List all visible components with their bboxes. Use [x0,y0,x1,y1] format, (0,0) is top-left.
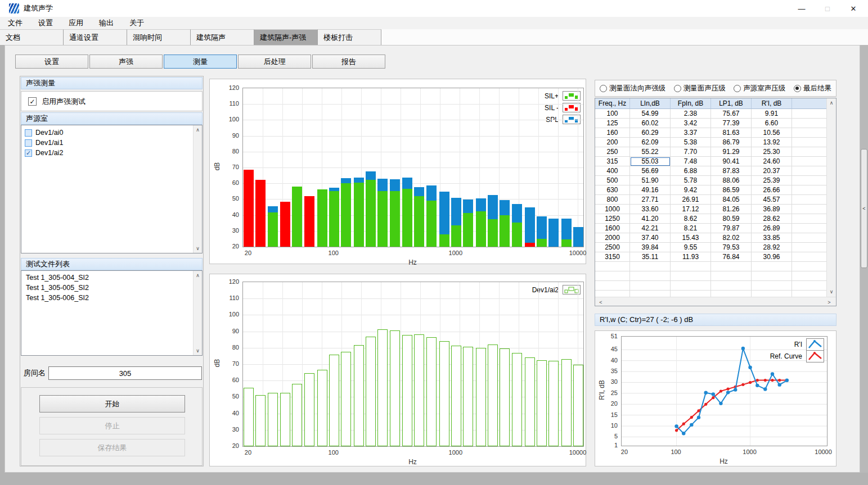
table-cell[interactable]: 90.41 [711,157,752,166]
table-cell[interactable] [671,271,711,281]
table-cell[interactable] [752,271,792,281]
table-cell[interactable]: 55.03 [630,157,671,166]
table-cell[interactable] [792,224,828,233]
table-cell[interactable]: 100 [595,109,630,119]
table-cell[interactable]: 75.67 [711,109,752,119]
table-cell[interactable] [792,176,828,185]
table-cell[interactable]: 77.39 [711,119,752,128]
table-cell[interactable] [792,119,828,128]
table-cell[interactable]: 5.38 [671,138,711,147]
menu-item-4[interactable]: 输出 [91,17,122,29]
table-cell[interactable]: 3.37 [671,128,711,138]
table-cell[interactable]: 8.62 [671,214,711,224]
table-cell[interactable]: 11.93 [671,252,711,262]
table-cell[interactable]: 33.60 [630,205,671,214]
table-cell[interactable]: 200 [595,138,630,147]
scroll-up-icon[interactable]: ∧ [194,271,202,280]
table-cell[interactable]: 9.42 [671,185,711,195]
checked-checkbox-icon[interactable]: ✓ [25,149,32,157]
table-cell[interactable]: 24.60 [752,157,792,166]
table-cell[interactable]: 55.22 [630,147,671,157]
table-cell[interactable]: 28.62 [752,214,792,224]
table-cell[interactable] [792,252,828,262]
unchecked-checkbox-icon[interactable] [25,129,32,137]
legend-entry[interactable]: SIL - [545,102,581,114]
table-cell[interactable]: 630 [595,185,630,195]
scroll-left-icon[interactable]: < [596,298,605,306]
table-cell[interactable]: 56.69 [630,166,671,176]
table-cell[interactable] [792,233,828,243]
table-cell[interactable]: 81.26 [711,205,752,214]
main-tab-4[interactable]: 建筑隔声 [191,29,254,45]
table-cell[interactable] [792,195,828,205]
radio-option-3[interactable]: 声源室声压级 [734,84,785,93]
table-cell[interactable]: 30.96 [752,252,792,262]
table-cell[interactable]: 3150 [595,252,630,262]
scroll-up-icon[interactable]: ∧ [194,125,202,134]
table-cell[interactable]: 82.02 [711,233,752,243]
table-cell[interactable]: 51.90 [630,176,671,185]
table-cell[interactable] [792,205,828,214]
legend-entry[interactable]: Ref. Curve [770,350,824,362]
list-item[interactable]: ✓Dev1/ai2 [21,148,193,158]
table-cell[interactable]: 26.89 [752,224,792,233]
table-cell[interactable]: 7.48 [671,157,711,166]
scroll-down-icon[interactable]: ∨ [194,244,202,253]
table-cell[interactable] [752,281,792,291]
table-cell[interactable]: 13.92 [752,138,792,147]
table-cell[interactable]: 86.59 [711,185,752,195]
table-cell[interactable]: 54.99 [630,109,671,119]
table-cell[interactable] [792,138,828,147]
table-cell[interactable] [711,281,752,291]
list-item[interactable]: Test 1_305-004_SI2 [21,273,193,283]
table-cell[interactable]: 10.56 [752,128,792,138]
table-cell[interactable]: 315 [595,157,630,166]
table-cell[interactable]: 91.29 [711,147,752,157]
table-cell[interactable]: 28.92 [752,243,792,252]
table-cell[interactable]: 1000 [595,205,630,214]
table-cell[interactable]: 60.29 [630,128,671,138]
enable-intensity-checkbox[interactable]: ✓ [28,97,37,106]
main-tab-3[interactable]: 混响时间 [127,29,191,45]
table-cell[interactable]: 7.70 [671,147,711,157]
table-cell[interactable] [792,243,828,252]
table-cell[interactable]: 79.53 [711,243,752,252]
table-cell[interactable]: 17.12 [671,205,711,214]
table-cell[interactable]: 60.02 [630,119,671,128]
table-cell[interactable]: 15.43 [671,233,711,243]
sub-tab-1[interactable]: 设置 [15,55,88,69]
table-cell[interactable]: 35.11 [630,252,671,262]
list-item[interactable]: Test 1_305-006_SI2 [21,293,193,303]
radio-option-4[interactable]: 最后结果 [794,84,831,93]
table-cell[interactable] [630,271,671,281]
table-cell[interactable]: 6.88 [671,166,711,176]
close-button[interactable]: ✕ [840,0,866,17]
table-cell[interactable]: 20.37 [752,166,792,176]
table-cell[interactable]: 2500 [595,243,630,252]
list-item[interactable]: Test 1_305-005_SI2 [21,283,193,293]
menu-item-5[interactable]: 关于 [122,17,152,29]
table-cell[interactable]: 9.91 [752,109,792,119]
table-cell[interactable] [792,109,828,119]
scroll-down-icon[interactable]: ∨ [194,346,202,355]
main-tab-2[interactable]: 通道设置 [64,29,127,45]
table-cell[interactable] [792,147,828,157]
sub-tab-3[interactable]: 测量 [164,55,237,69]
table-cell[interactable]: 39.84 [630,243,671,252]
unchecked-checkbox-icon[interactable] [25,139,32,147]
table-cell[interactable] [792,271,828,281]
table-cell[interactable]: 33.85 [752,233,792,243]
table-cell[interactable]: 8.21 [671,224,711,233]
table-cell[interactable]: 37.40 [630,233,671,243]
table-cell[interactable]: 79.87 [711,224,752,233]
collapse-panel-handle[interactable]: < [861,149,867,268]
table-cell[interactable] [792,281,828,291]
table-vertical-scrollbar[interactable]: ∧∨ [826,98,836,297]
table-cell[interactable] [711,262,752,271]
menu-item-1[interactable]: 文件 [0,17,30,29]
table-cell[interactable]: 27.71 [630,195,671,205]
table-cell[interactable]: 26.91 [671,195,711,205]
table-cell[interactable] [792,128,828,138]
table-cell[interactable] [595,281,630,291]
table-cell[interactable] [752,262,792,271]
